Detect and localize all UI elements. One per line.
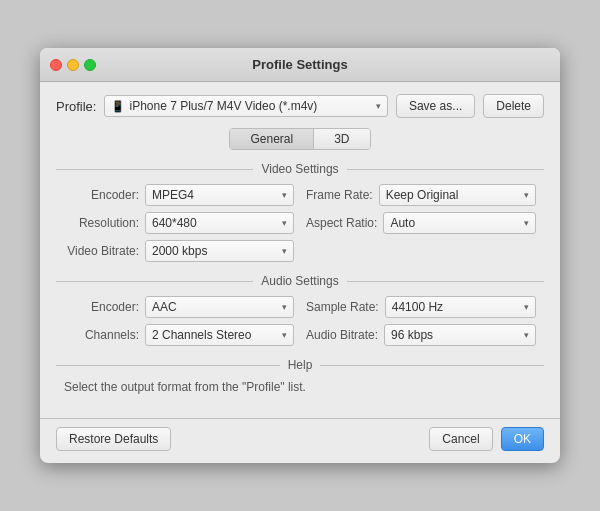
channels-select[interactable]: 2 Channels Stereo ▾ [145,324,294,346]
content-area: Profile: 📱 iPhone 7 Plus/7 M4V Video (*.… [40,82,560,414]
channels-arrow: ▾ [282,330,287,340]
sample-rate-arrow: ▾ [524,302,529,312]
profile-value: iPhone 7 Plus/7 M4V Video (*.m4v) [129,99,317,113]
help-header-line-right [320,365,544,366]
audio-header-line-right [347,281,544,282]
minimize-button[interactable] [67,59,79,71]
audio-encoder-arrow: ▾ [282,302,287,312]
video-settings-header: Video Settings [56,162,544,176]
header-line-right [347,169,544,170]
cancel-button[interactable]: Cancel [429,427,492,451]
empty-cell [306,240,536,262]
audio-encoder-label: Encoder: [64,300,139,314]
video-bitrate-row: Video Bitrate: 2000 kbps ▾ [64,240,294,262]
main-window: Profile Settings Profile: 📱 iPhone 7 Plu… [40,48,560,463]
help-title: Help [288,358,313,372]
encoder-row: Encoder: MPEG4 ▾ [64,184,294,206]
help-header-line-left [56,365,280,366]
profile-label: Profile: [56,99,96,114]
aspect-ratio-arrow: ▾ [524,218,529,228]
tab-3d[interactable]: 3D [314,129,369,149]
video-settings-section: Video Settings Encoder: MPEG4 ▾ Frame Ra… [56,162,544,262]
sample-rate-label: Sample Rate: [306,300,379,314]
tab-group: General 3D [229,128,370,150]
resolution-label: Resolution: [64,216,139,230]
profile-dropdown-arrow: ▾ [376,101,381,111]
tabs-row: General 3D [56,128,544,150]
channels-row: Channels: 2 Channels Stereo ▾ [64,324,294,346]
title-bar: Profile Settings [40,48,560,82]
audio-bitrate-label: Audio Bitrate: [306,328,378,342]
frame-rate-value: Keep Original [386,188,459,202]
video-fields: Encoder: MPEG4 ▾ Frame Rate: Keep Origin… [56,184,544,262]
video-bitrate-arrow: ▾ [282,246,287,256]
resolution-row: Resolution: 640*480 ▾ [64,212,294,234]
encoder-select[interactable]: MPEG4 ▾ [145,184,294,206]
audio-settings-section: Audio Settings Encoder: AAC ▾ Sample Rat… [56,274,544,346]
footer: Restore Defaults Cancel OK [40,418,560,463]
header-line-left [56,169,253,170]
ok-button[interactable]: OK [501,427,544,451]
audio-settings-header: Audio Settings [56,274,544,288]
frame-rate-select[interactable]: Keep Original ▾ [379,184,536,206]
channels-label: Channels: [64,328,139,342]
sample-rate-select[interactable]: 44100 Hz ▾ [385,296,536,318]
aspect-ratio-value: Auto [390,216,415,230]
aspect-ratio-row: Aspect Ratio: Auto ▾ [306,212,536,234]
tab-general[interactable]: General [230,129,314,149]
profile-row: Profile: 📱 iPhone 7 Plus/7 M4V Video (*.… [56,94,544,118]
audio-header-line-left [56,281,253,282]
profile-device-icon: 📱 [111,100,125,113]
video-bitrate-label: Video Bitrate: [64,244,139,258]
window-title: Profile Settings [252,57,347,72]
audio-encoder-row: Encoder: AAC ▾ [64,296,294,318]
delete-button[interactable]: Delete [483,94,544,118]
audio-encoder-value: AAC [152,300,177,314]
frame-rate-arrow: ▾ [524,190,529,200]
audio-bitrate-select[interactable]: 96 kbps ▾ [384,324,536,346]
encoder-arrow: ▾ [282,190,287,200]
sample-rate-value: 44100 Hz [392,300,443,314]
resolution-select[interactable]: 640*480 ▾ [145,212,294,234]
frame-rate-label: Frame Rate: [306,188,373,202]
help-section: Help Select the output format from the "… [56,358,544,394]
video-bitrate-value: 2000 kbps [152,244,207,258]
encoder-value: MPEG4 [152,188,194,202]
close-button[interactable] [50,59,62,71]
maximize-button[interactable] [84,59,96,71]
frame-rate-row: Frame Rate: Keep Original ▾ [306,184,536,206]
audio-bitrate-arrow: ▾ [524,330,529,340]
aspect-ratio-select[interactable]: Auto ▾ [383,212,536,234]
video-settings-title: Video Settings [261,162,338,176]
video-bitrate-select[interactable]: 2000 kbps ▾ [145,240,294,262]
audio-bitrate-value: 96 kbps [391,328,433,342]
audio-settings-title: Audio Settings [261,274,338,288]
resolution-arrow: ▾ [282,218,287,228]
traffic-lights [50,59,96,71]
sample-rate-row: Sample Rate: 44100 Hz ▾ [306,296,536,318]
help-header: Help [56,358,544,372]
audio-bitrate-row: Audio Bitrate: 96 kbps ▾ [306,324,536,346]
restore-defaults-button[interactable]: Restore Defaults [56,427,171,451]
help-text: Select the output format from the "Profi… [56,380,544,394]
audio-encoder-select[interactable]: AAC ▾ [145,296,294,318]
resolution-value: 640*480 [152,216,197,230]
aspect-ratio-label: Aspect Ratio: [306,216,377,230]
channels-value: 2 Channels Stereo [152,328,251,342]
audio-fields: Encoder: AAC ▾ Sample Rate: 44100 Hz ▾ [56,296,544,346]
profile-select[interactable]: 📱 iPhone 7 Plus/7 M4V Video (*.m4v) ▾ [104,95,387,117]
encoder-label: Encoder: [64,188,139,202]
footer-right-buttons: Cancel OK [429,427,544,451]
save-as-button[interactable]: Save as... [396,94,475,118]
